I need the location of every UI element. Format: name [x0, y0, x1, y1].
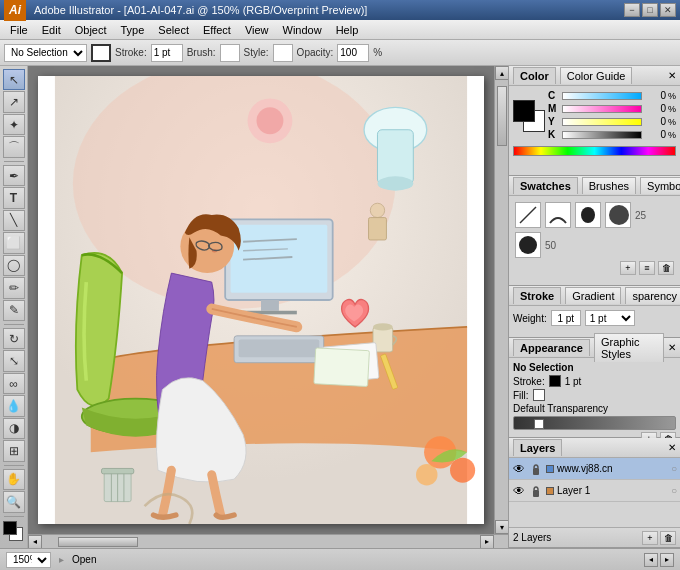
tool-eyedropper[interactable]: 💧 [3, 395, 25, 416]
appearance-tab[interactable]: Appearance [513, 339, 590, 356]
delete-layer-btn[interactable]: 🗑 [660, 531, 676, 545]
svg-line-35 [520, 207, 536, 223]
swatch-menu-btn[interactable]: ≡ [639, 261, 655, 275]
fg-color-swatch[interactable] [513, 100, 535, 122]
vertical-scrollbar[interactable]: ▴ ▾ [494, 66, 508, 534]
graphic-styles-tab[interactable]: Graphic Styles [594, 333, 664, 362]
transparency-tab[interactable]: sparency [625, 287, 680, 304]
appearance-stroke-swatch[interactable] [549, 375, 561, 387]
status-nav-btns: ◂ ▸ [644, 553, 674, 567]
swatches-tab[interactable]: Swatches [513, 177, 578, 194]
color-panel-close[interactable]: ✕ [668, 70, 676, 81]
brush-item-3[interactable] [575, 202, 601, 228]
fill-stroke-swatches[interactable] [3, 521, 25, 542]
minimize-button[interactable]: − [624, 3, 640, 17]
menu-select[interactable]: Select [152, 22, 195, 38]
menu-help[interactable]: Help [330, 22, 365, 38]
layer-row-1[interactable]: 👁 Layer 1 ○ [509, 480, 680, 502]
layer-1-lock[interactable] [529, 484, 543, 498]
maximize-button[interactable]: □ [642, 3, 658, 17]
tool-brush[interactable]: ✏ [3, 277, 25, 298]
tool-zoom[interactable]: 🔍 [3, 491, 25, 512]
tool-ellipse[interactable]: ◯ [3, 255, 25, 276]
swatch-new-btn[interactable]: + [620, 261, 636, 275]
tool-scale[interactable]: ⤡ [3, 350, 25, 371]
layer-1-eye[interactable]: 👁 [512, 484, 526, 498]
color-tab[interactable]: Color [513, 67, 556, 84]
opacity-input[interactable] [337, 44, 369, 62]
transparency-bar[interactable] [513, 416, 676, 430]
y-slider[interactable] [562, 118, 642, 126]
scroll-down-arrow[interactable]: ▾ [495, 520, 508, 534]
m-slider[interactable] [562, 105, 642, 113]
gradient-tab[interactable]: Gradient [565, 287, 621, 304]
menu-edit[interactable]: Edit [36, 22, 67, 38]
tool-pen[interactable]: ✒ [3, 165, 25, 186]
menu-effect[interactable]: Effect [197, 22, 237, 38]
brush-input[interactable] [220, 44, 240, 62]
tool-gradient[interactable]: ◑ [3, 418, 25, 439]
layer-1-name: Layer 1 [557, 485, 668, 496]
tool-blend[interactable]: ∞ [3, 373, 25, 394]
horizontal-scrollbar[interactable]: ◂ ▸ [28, 534, 508, 548]
tool-hand[interactable]: ✋ [3, 469, 25, 490]
layers-panel-close[interactable]: ✕ [668, 442, 676, 453]
menu-object[interactable]: Object [69, 22, 113, 38]
page-prev-btn[interactable]: ◂ [644, 553, 658, 567]
scroll-left-arrow[interactable]: ◂ [28, 535, 42, 549]
menu-type[interactable]: Type [115, 22, 151, 38]
symbols-tab[interactable]: Symbols [640, 177, 680, 194]
tool-line[interactable]: ╲ [3, 210, 25, 231]
layer-row-0[interactable]: 👁 www.vj88.cn ○ [509, 458, 680, 480]
c-slider[interactable] [562, 92, 642, 100]
zoom-select[interactable]: 150% 100% 200% [6, 552, 51, 568]
weight-input[interactable] [551, 310, 581, 326]
title-bar-buttons[interactable]: − □ ✕ [624, 3, 676, 17]
appearance-panel-close[interactable]: ✕ [668, 342, 676, 353]
brush-item-2[interactable] [545, 202, 571, 228]
page-next-btn[interactable]: ▸ [660, 553, 674, 567]
new-layer-btn[interactable]: + [642, 531, 658, 545]
tool-rotate[interactable]: ↻ [3, 328, 25, 349]
tool-lasso[interactable]: ⌒ [3, 136, 25, 157]
scroll-up-arrow[interactable]: ▴ [495, 66, 508, 80]
layer-0-eye[interactable]: 👁 [512, 462, 526, 476]
stroke-panel: Stroke Gradient sparency ✕ Weight: 1 pt … [509, 286, 680, 338]
transparency-thumb[interactable] [534, 419, 544, 429]
layer-0-lock[interactable] [529, 462, 543, 476]
menu-window[interactable]: Window [277, 22, 328, 38]
tool-type[interactable]: T [3, 187, 25, 208]
swatch-delete-btn[interactable]: 🗑 [658, 261, 674, 275]
brushes-tab[interactable]: Brushes [582, 177, 636, 194]
fg-bg-swatch[interactable] [513, 100, 545, 132]
tool-pencil[interactable]: ✎ [3, 300, 25, 321]
layers-tab[interactable]: Layers [513, 439, 562, 456]
tool-selection[interactable]: ↖ [3, 69, 25, 90]
stroke-input[interactable] [151, 44, 183, 62]
layer-0-color [546, 465, 554, 473]
tool-direct-selection[interactable]: ↗ [3, 91, 25, 112]
color-guide-tab[interactable]: Color Guide [560, 67, 633, 84]
brush-item-5[interactable] [515, 232, 541, 258]
brush-item-1[interactable] [515, 202, 541, 228]
scroll-thumb-horizontal[interactable] [58, 537, 138, 547]
menu-view[interactable]: View [239, 22, 275, 38]
tool-rect[interactable]: ⬜ [3, 232, 25, 253]
layer-0-target[interactable]: ○ [671, 463, 677, 474]
selection-dropdown[interactable]: No Selection [4, 44, 87, 62]
weight-select[interactable]: 1 pt 2 pt 3 pt [585, 310, 635, 326]
style-input[interactable] [273, 44, 293, 62]
k-slider[interactable] [562, 131, 642, 139]
close-button[interactable]: ✕ [660, 3, 676, 17]
menu-bar: File Edit Object Type Select Effect View… [0, 20, 680, 40]
menu-file[interactable]: File [4, 22, 34, 38]
scroll-thumb-vertical[interactable] [497, 86, 507, 146]
appearance-fill-swatch[interactable] [533, 389, 545, 401]
layer-1-target[interactable]: ○ [671, 485, 677, 496]
brush-item-4[interactable] [605, 202, 631, 228]
tool-magic-wand[interactable]: ✦ [3, 114, 25, 135]
stroke-tab[interactable]: Stroke [513, 287, 561, 304]
color-spectrum[interactable] [513, 146, 676, 156]
scroll-right-arrow[interactable]: ▸ [480, 535, 494, 549]
tool-mesh[interactable]: ⊞ [3, 440, 25, 461]
